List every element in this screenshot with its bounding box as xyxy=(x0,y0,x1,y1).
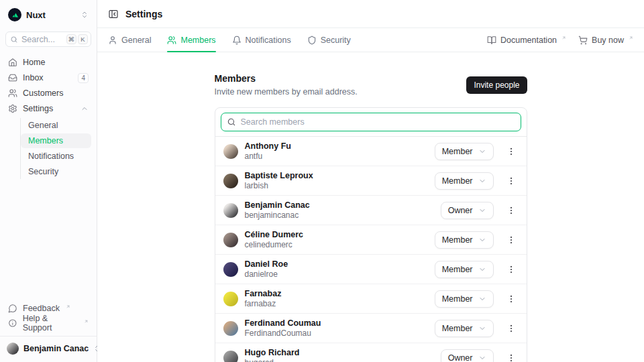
documentation-link[interactable]: Documentation xyxy=(487,36,566,45)
member-username: hugorcd xyxy=(245,358,300,362)
member-role-value: Member xyxy=(442,324,473,333)
invite-people-button[interactable]: Invite people xyxy=(466,76,527,94)
ellipsis-vertical-icon xyxy=(506,176,516,186)
sidebar-item-home[interactable]: Home xyxy=(5,55,91,70)
members-card: Anthony Fu antfu Member Baptiste Leproux… xyxy=(215,107,527,362)
sidebar-item-label: Customers xyxy=(23,88,63,98)
member-name: Céline Dumerc xyxy=(245,229,304,240)
sidebar-item-label: Settings xyxy=(23,104,53,113)
external-link-icon xyxy=(84,319,89,324)
member-name: Farnabaz xyxy=(245,288,282,299)
chevron-down-icon xyxy=(478,324,486,333)
member-username: antfu xyxy=(245,152,291,162)
member-info: Benjamin Canac benjamincanac xyxy=(245,200,310,221)
ellipsis-vertical-icon xyxy=(506,294,516,304)
member-role-select[interactable]: Member xyxy=(435,261,494,278)
chevron-down-icon xyxy=(478,177,486,185)
member-role-select[interactable]: Member xyxy=(435,320,494,337)
sidebar-item-general[interactable]: General xyxy=(21,118,91,133)
member-actions-button[interactable] xyxy=(504,172,519,190)
team-selector[interactable]: Nuxt xyxy=(5,7,91,23)
main-panel: Settings General Members Notifications S… xyxy=(97,0,644,362)
sidebar-item-security[interactable]: Security xyxy=(21,164,91,179)
search-shortcut: ⌘ K xyxy=(66,34,89,44)
member-role-select[interactable]: Member xyxy=(435,231,494,249)
member-name: Anthony Fu xyxy=(245,141,291,152)
member-role-select[interactable]: Member xyxy=(435,172,494,190)
member-actions-button[interactable] xyxy=(504,261,519,278)
sidebar-search-placeholder: Search... xyxy=(21,35,55,44)
sidebar-item-label: Notifications xyxy=(28,152,74,161)
topbar: Settings xyxy=(97,0,644,28)
user-name: Benjamin Canac xyxy=(23,344,89,353)
sidebar-item-settings[interactable]: Settings xyxy=(5,101,91,116)
feedback-label: Feedback xyxy=(23,304,60,313)
member-row: Céline Dumerc celinedumerc Member xyxy=(215,225,527,255)
member-actions-button[interactable] xyxy=(504,231,519,249)
member-row: Hugo Richard hugorcd Owner xyxy=(215,343,527,362)
bell-icon xyxy=(232,36,241,45)
member-actions-button[interactable] xyxy=(504,290,519,308)
member-name: Hugo Richard xyxy=(245,347,300,358)
sidebar-item-label: Inbox xyxy=(23,73,44,82)
collapse-sidebar-icon[interactable] xyxy=(108,9,119,19)
tabbar: General Members Notifications Security D… xyxy=(97,28,644,52)
app-window: Nuxt Search... ⌘ K Home Inbox 4 xyxy=(0,0,644,362)
member-role-select[interactable]: Member xyxy=(435,290,494,308)
member-role-select[interactable]: Owner xyxy=(441,202,494,219)
chat-bubble-icon xyxy=(8,304,17,313)
sidebar-item-label: Home xyxy=(23,58,45,67)
member-role-value: Member xyxy=(442,265,473,274)
tab-members[interactable]: Members xyxy=(167,28,215,52)
member-avatar xyxy=(223,233,238,247)
sidebar: Nuxt Search... ⌘ K Home Inbox 4 xyxy=(0,0,97,362)
member-role-select[interactable]: Owner xyxy=(441,349,494,362)
member-avatar xyxy=(223,262,238,277)
book-open-icon xyxy=(487,36,496,45)
sidebar-spacer xyxy=(5,179,91,301)
help-support-link[interactable]: Help & Support xyxy=(5,316,91,330)
page-description: Invite new members by email address. xyxy=(215,87,358,97)
member-role-value: Member xyxy=(442,294,473,304)
external-link-icon xyxy=(66,304,70,309)
member-actions-button[interactable] xyxy=(504,202,519,219)
tab-general[interactable]: General xyxy=(108,28,151,52)
member-username: celinedumerc xyxy=(245,240,304,251)
search-members-input[interactable] xyxy=(221,113,521,131)
tab-label: General xyxy=(121,36,151,45)
tab-security[interactable]: Security xyxy=(307,28,351,52)
nuxt-logo-icon xyxy=(8,8,21,21)
member-avatar xyxy=(223,321,238,336)
inbox-icon xyxy=(8,73,17,82)
member-info: Ferdinand Coumau FerdinandCoumau xyxy=(245,318,321,339)
ellipsis-vertical-icon xyxy=(506,235,516,245)
user-menu[interactable]: Benjamin Canac xyxy=(0,336,97,358)
member-info: Daniel Roe danielroe xyxy=(245,259,288,280)
header-links: Documentation Buy now xyxy=(487,36,633,45)
user-avatar xyxy=(7,343,19,355)
member-actions-button[interactable] xyxy=(504,349,519,362)
sidebar-item-inbox[interactable]: Inbox 4 xyxy=(5,70,91,85)
ellipsis-vertical-icon xyxy=(506,324,516,333)
sidebar-search-input[interactable]: Search... ⌘ K xyxy=(5,32,91,47)
users-icon xyxy=(8,88,17,98)
members-page-head: Members Invite new members by email addr… xyxy=(215,73,527,97)
member-row: Daniel Roe danielroe Member xyxy=(215,255,527,284)
member-name: Baptiste Leproux xyxy=(245,170,313,181)
members-head-text: Members Invite new members by email addr… xyxy=(215,73,358,97)
sidebar-item-members[interactable]: Members xyxy=(21,133,91,148)
tab-label: Members xyxy=(180,36,215,45)
members-section: Members Invite new members by email addr… xyxy=(215,52,527,362)
sidebar-item-customers[interactable]: Customers xyxy=(5,86,91,101)
member-role-select[interactable]: Member xyxy=(435,143,494,160)
buy-now-link[interactable]: Buy now xyxy=(578,36,633,45)
chevron-down-icon xyxy=(478,295,486,303)
ellipsis-vertical-icon xyxy=(506,206,516,215)
member-actions-button[interactable] xyxy=(504,143,519,160)
member-role-value: Owner xyxy=(448,206,473,215)
tab-notifications[interactable]: Notifications xyxy=(232,28,291,52)
chevron-down-icon xyxy=(478,265,486,274)
member-actions-button[interactable] xyxy=(504,320,519,337)
sidebar-item-notifications[interactable]: Notifications xyxy=(21,149,91,164)
chevrons-up-down-icon xyxy=(80,11,89,19)
